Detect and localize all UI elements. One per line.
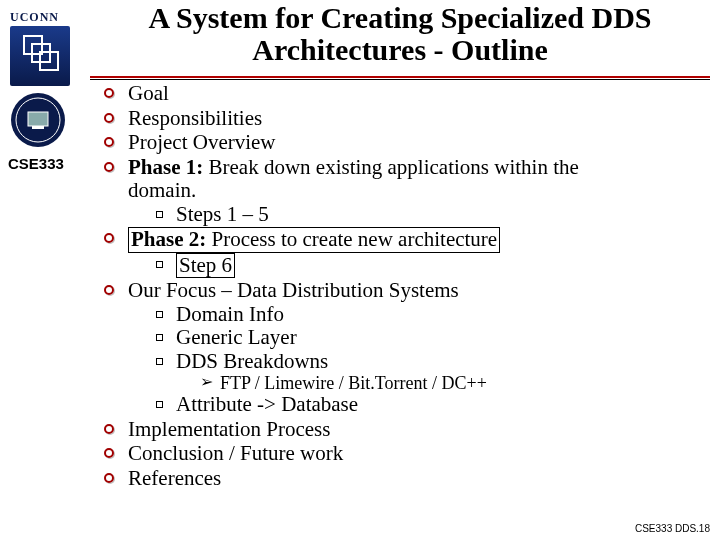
cse-dept-logo	[10, 92, 66, 148]
outline-item-implementation: Implementation Process	[100, 418, 710, 442]
phase2-highlight: Phase 2: Process to create new architect…	[128, 227, 500, 253]
phase1-text-a: Break down existing applications within …	[203, 155, 579, 179]
phase1-text-b: domain.	[128, 178, 196, 202]
outline-item-conclusion: Conclusion / Future work	[100, 442, 710, 466]
focus-domain-info: Domain Info	[154, 303, 710, 327]
outline-item-focus: Our Focus – Data Distribution Systems Do…	[100, 279, 710, 417]
focus-dds-breakdowns: DDS Breakdowns FTP / Limewire / Bit.Torr…	[154, 350, 710, 394]
focus-generic-layer: Generic Layer	[154, 326, 710, 350]
outline-item-project-overview: Project Overview	[100, 131, 710, 155]
uconn-wordmark: UCONN	[10, 10, 59, 25]
outline-item-references: References	[100, 467, 710, 491]
divider-black	[90, 79, 710, 80]
divider-red	[90, 76, 710, 78]
slide-footer: CSE333 DDS.18	[635, 523, 710, 534]
phase2-step-highlight: Step 6	[176, 253, 235, 279]
svg-rect-6	[32, 126, 44, 129]
outline-item-goal: Goal	[100, 82, 710, 106]
uconn-soe-logo	[10, 26, 70, 86]
focus-text: Our Focus – Data Distribution Systems	[128, 278, 459, 302]
phase2-step: Step 6	[154, 253, 710, 279]
outline-item-phase1: Phase 1: Break down existing application…	[100, 156, 710, 227]
slide-title: A System for Creating Specialized DDS Ar…	[90, 2, 710, 65]
outline-item-phase2: Phase 2: Process to create new architect…	[100, 227, 710, 278]
course-code: CSE333	[8, 155, 64, 172]
phase1-label: Phase 1:	[128, 155, 203, 179]
dds-breakdowns-text: DDS Breakdowns	[176, 349, 328, 373]
svg-rect-5	[28, 112, 48, 126]
title-line-1: A System for Creating Specialized DDS	[148, 1, 651, 34]
phase1-steps: Steps 1 – 5	[154, 203, 710, 227]
dds-tools: FTP / Limewire / Bit.Torrent / DC++	[200, 373, 710, 393]
outline-content: Goal Responsibilities Project Overview P…	[100, 82, 710, 491]
phase2-text: Process to create new architecture	[206, 227, 497, 251]
focus-attribute-db: Attribute -> Database	[154, 393, 710, 417]
outline-item-responsibilities: Responsibilities	[100, 107, 710, 131]
title-line-2: Architectures - Outline	[252, 33, 548, 66]
slide: UCONN CSE333 A System for Creating Speci…	[0, 0, 720, 540]
phase2-label: Phase 2:	[131, 227, 206, 251]
